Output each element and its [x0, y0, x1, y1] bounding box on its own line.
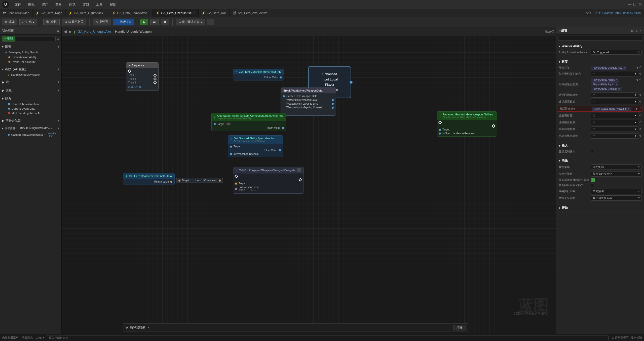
src-req-reset-icon[interactable]: ↺	[639, 114, 641, 117]
replicate-policy-dropdown[interactable]: 请勿复制 ▾	[591, 164, 641, 170]
block-tags-reset-icon[interactable]: ↺	[639, 78, 641, 82]
debug-target-dropdown[interactable]: 未选中调试对象 ▾	[176, 19, 205, 25]
tab-ga-roll[interactable]: ⚡ GA_Hero_Roll	[199, 9, 230, 17]
tag-remove-attack-icon[interactable]: ✕	[616, 78, 618, 81]
tab-ga-unequipaxe[interactable]: ⚡ GA_Hero_UnequipAxe ✕	[153, 9, 199, 17]
macros-add-icon[interactable]: +	[58, 80, 59, 84]
stop-button[interactable]: ⏹	[161, 19, 169, 25]
abilities-section-header[interactable]: ▾ 能力	[0, 96, 61, 102]
event-on-end-item[interactable]: ◆ Event OnEndAbility	[0, 59, 61, 64]
details-close-icon[interactable]: ✕	[639, 29, 641, 33]
tgt-blk-reset-icon[interactable]: ↺	[639, 134, 641, 138]
console-input[interactable]	[47, 335, 609, 340]
net-security-dropdown[interactable]: 客户端或服务器 ▾	[591, 195, 641, 201]
cached-hero-weapon-item[interactable]: CachedHeroWeaponData ▪ Warrior Hero	[0, 131, 61, 138]
hero-ui-node[interactable]: Target Hero UIComponent	[176, 178, 223, 183]
target-blocked-dropdown[interactable]: 空 ▾	[591, 133, 638, 139]
list-view-icon[interactable]: ≡	[636, 29, 637, 33]
call-on-equipped-node[interactable]: ⬦ Call On Equipped Weapon Changed Delega…	[233, 167, 304, 194]
ability-tags-reset-icon[interactable]: ↺	[639, 66, 641, 70]
class-settings-button[interactable]: ⚙ 类设置	[93, 19, 111, 25]
get-warrior-ability-node[interactable]: ƒ Get Warrior Ability System Component f…	[211, 113, 286, 131]
tag-remove-unequip-icon[interactable]: ✕	[618, 88, 620, 90]
required-reset-icon[interactable]: ↺	[639, 100, 641, 103]
ability-tags-add-icon[interactable]: ▾	[636, 66, 638, 70]
lv-add-icon[interactable]: +	[58, 127, 59, 130]
event-activate-item[interactable]: ◆ Event ActivateAbility	[0, 55, 61, 59]
input-section-header[interactable]: ▾ 输入	[556, 143, 644, 149]
menu-tools[interactable]: 工具	[95, 1, 104, 8]
retrigger-checkbox[interactable]	[591, 184, 594, 187]
local-vars-header[interactable]: ▾ 局部变量（HANDLEUNEQUIPWEAPON） +	[0, 126, 61, 131]
ability-activation-dropdown[interactable]: On Triggered ▾	[591, 50, 641, 55]
tgt-req-reset-icon[interactable]: ↺	[639, 127, 641, 131]
event-dispatcher-header[interactable]: ▶ 事件分发器 +	[0, 117, 61, 124]
macros-section-header[interactable]: ▶ 宏 +	[0, 79, 61, 85]
net-exec-dropdown[interactable]: 本地预测 ▾	[591, 189, 641, 194]
block-tags-add-icon[interactable]: ▾	[636, 78, 638, 82]
blocked-tags-reset-icon[interactable]: ↺	[638, 107, 641, 111]
tag-remove-rage-icon[interactable]: ✕	[628, 107, 630, 110]
tab-ga-heavyattack[interactable]: ⚡ GA_Hero_HeavyAttac...	[109, 9, 153, 17]
variables-add-icon[interactable]: +	[58, 89, 59, 92]
ed-add-icon[interactable]: +	[58, 119, 59, 122]
menu-debug[interactable]: 调试	[67, 1, 77, 8]
tab-close-icon[interactable]: ✕	[193, 12, 195, 14]
sequence-node[interactable]: ≡ Sequence Then 1 Then 2 Then 3	[126, 62, 159, 91]
current-event-data-item[interactable]: Current Event Data	[0, 106, 61, 111]
removed-granted-node[interactable]: ƒ Removed Granted Hero Weapon Abilities …	[437, 111, 497, 137]
activate-owned-dropdown[interactable]: 空 ▾	[591, 92, 638, 98]
get-hero-character-node[interactable]: ƒ Get Hero Character from Actor Info Ret…	[123, 173, 175, 185]
activate-required-dropdown[interactable]: 空 ▾	[591, 99, 638, 104]
advanced-section-header[interactable]: ▾ 高级	[556, 157, 644, 164]
break-warrior-node[interactable]: Break WarriorHeroWeaponData Cached Hero …	[281, 88, 336, 116]
source-required-dropdown[interactable]: 空 ▾	[591, 113, 638, 118]
grid-view-icon[interactable]: ⊞	[631, 29, 634, 33]
tab-ga-lightattack[interactable]: ⚡ GA_Hero_LightAttack...	[65, 9, 109, 17]
tag-remove-icon[interactable]: ✕	[623, 66, 625, 69]
compile-button[interactable]: ⚙ 编译	[2, 19, 17, 25]
add-button[interactable]: + 添加	[2, 36, 15, 41]
tab-ga-rage[interactable]: ⚡ GA_Hero_Rage	[32, 9, 65, 17]
source-blocked-dropdown[interactable]: 空 ▾	[591, 120, 638, 125]
status-sidebar-btn[interactable]: 内容侧滑菜单	[2, 336, 19, 339]
handle-unequip-item[interactable]: ƒ HandleUnequipWeapon	[0, 72, 61, 77]
tab-am-hero-axe[interactable]: 🎬 AM_Hero_Axe_Activa...	[230, 9, 273, 17]
menu-edit[interactable]: 编辑	[27, 1, 36, 8]
mark-pending-kill-item[interactable]: Mark Pending Kill on At	[0, 111, 61, 115]
menu-assets[interactable]: 资产	[40, 1, 50, 8]
break-expand-icon[interactable]: ⋯	[281, 109, 336, 114]
compare-button[interactable]: ⇄ 对比 ▾	[19, 19, 37, 25]
class-defaults-button[interactable]: ✦ 类默认值	[113, 19, 134, 25]
maximize-button[interactable]: □	[633, 2, 636, 7]
find-button[interactable]: 🔍 查找	[43, 19, 60, 25]
play-button[interactable]: ▶	[140, 19, 148, 25]
graph-section-header[interactable]: ▾ 图表 +	[0, 44, 61, 50]
tab-feature-dev-map[interactable]: 🗺 FeatureDevMap	[0, 9, 32, 17]
target-required-dropdown[interactable]: 空 ▾	[591, 126, 638, 132]
back-icon[interactable]: ◀	[64, 29, 67, 34]
server-respect-checkbox[interactable]: ✓	[591, 178, 595, 182]
panel-settings-icon[interactable]: ⚙	[57, 29, 59, 33]
cancel-tags-dropdown[interactable]: 空 ▾	[591, 71, 638, 76]
menu-view[interactable]: 查看	[54, 1, 63, 8]
menu-file[interactable]: 文件	[13, 1, 23, 8]
menu-help[interactable]: 帮助	[108, 1, 118, 8]
details-search-input[interactable]	[558, 36, 642, 41]
minimize-button[interactable]: ─	[628, 2, 631, 7]
direct-replicate-checkbox[interactable]	[591, 150, 594, 153]
get-granted-node[interactable]: ƒ Get Granted Ability Spec Handles Targe…	[228, 135, 283, 157]
menu-window[interactable]: 窗口	[81, 1, 91, 8]
hide-unrelated-button[interactable]: 👁 隐藏不相关	[62, 19, 86, 25]
forward-icon[interactable]: ▶	[69, 29, 72, 34]
instantiation-dropdown[interactable]: 每次执行实例化 ▾	[591, 171, 641, 177]
functions-add-icon[interactable]: +	[58, 68, 59, 71]
search-input[interactable]	[16, 36, 56, 41]
bottom-close-icon[interactable]: ✕	[147, 326, 150, 329]
search-settings-icon[interactable]: ⚙	[57, 37, 59, 40]
canvas-area[interactable]: ◀ ▶ ƒ GA_Hero_UnequipAxe › Handle Unequi…	[62, 27, 556, 341]
status-log-btn[interactable]: 输出日志	[22, 336, 33, 339]
variables-section-header[interactable]: ▶ 变量 +	[0, 87, 61, 94]
tag-remove-equip-icon[interactable]: ✕	[615, 83, 617, 86]
warrior-ability-header[interactable]: ▾ Warrior Ability	[556, 44, 644, 49]
